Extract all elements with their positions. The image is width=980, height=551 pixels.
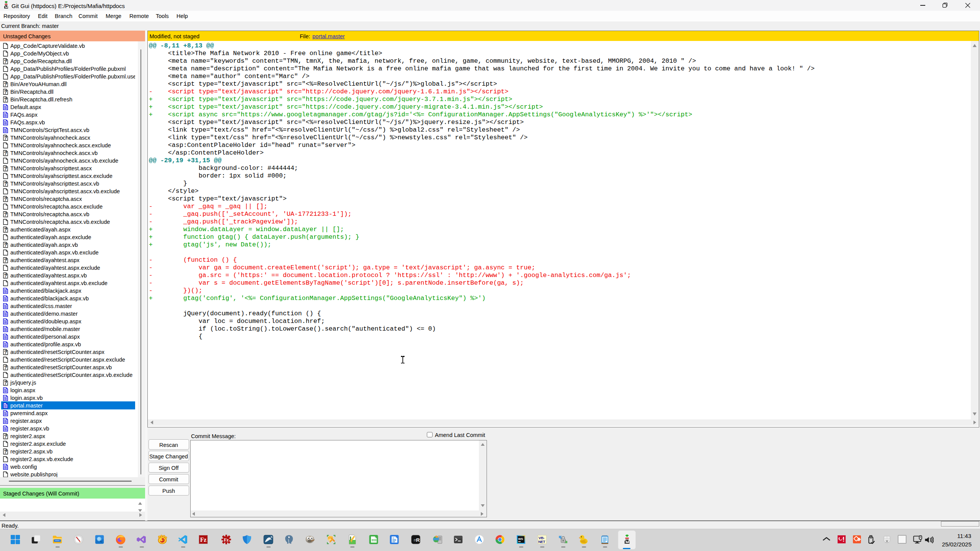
svg-text:WS: WS bbox=[518, 537, 523, 541]
svg-text:NET: NET bbox=[538, 540, 546, 544]
svg-text:R: R bbox=[416, 537, 420, 543]
svg-text:Fz: Fz bbox=[224, 537, 229, 543]
svg-text:Fz: Fz bbox=[200, 536, 207, 543]
